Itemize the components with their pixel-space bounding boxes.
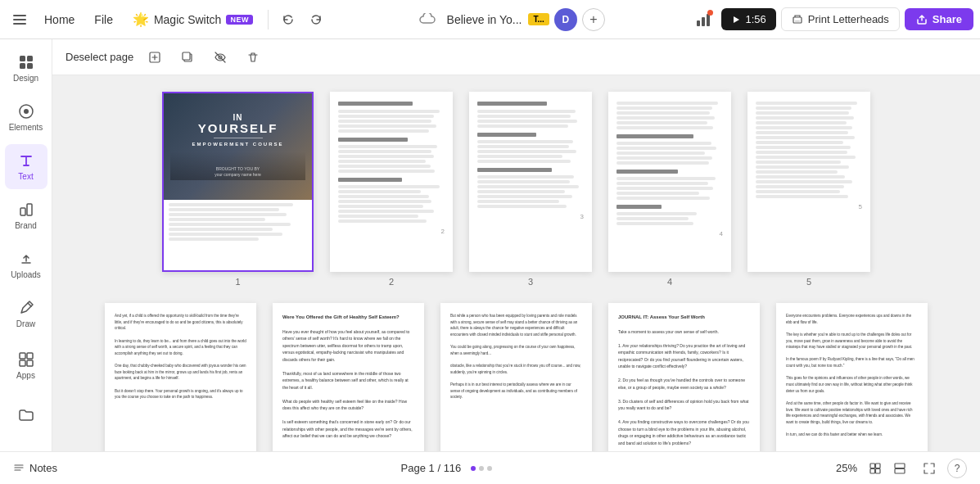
text-line — [477, 185, 579, 188]
page-wrapper-10: Everyone encounters problems. Everyone e… — [776, 303, 928, 451]
add-collaborator-button[interactable]: + — [582, 8, 605, 31]
svg-point-13 — [24, 109, 29, 114]
page-card-9[interactable]: JOURNAL IT: Assess Your Self Worth Take … — [608, 303, 760, 451]
page-wrapper-5: 5 5 — [747, 92, 870, 287]
grid-view-button[interactable] — [864, 457, 887, 480]
sidebar-item-uploads[interactable]: Uploads — [5, 242, 47, 287]
sidebar-item-design[interactable]: Design — [5, 46, 47, 92]
page-card-7[interactable]: Were You Offered the Gift of Healthy Sel… — [273, 303, 424, 451]
page-card-3[interactable]: 3 — [469, 92, 592, 272]
text-line — [616, 177, 716, 180]
document-title[interactable]: Believe in Yo... — [447, 13, 522, 26]
svg-rect-26 — [870, 468, 875, 473]
svg-rect-7 — [795, 20, 800, 22]
text-line — [338, 210, 434, 213]
svg-rect-8 — [20, 56, 25, 61]
magic-icon: 🌟 — [133, 11, 149, 27]
text-line — [338, 160, 426, 163]
page-card-6[interactable]: And yet, if a child is offered the oppor… — [105, 303, 256, 451]
text-line — [338, 124, 436, 128]
cloud-save-button[interactable] — [414, 7, 440, 33]
svg-rect-29 — [895, 468, 905, 473]
crown-badge[interactable]: T... — [528, 13, 549, 25]
sidebar-item-apps[interactable]: Apps — [5, 343, 47, 389]
svg-rect-22 — [183, 52, 190, 60]
text-line — [756, 151, 847, 154]
p3-header — [477, 102, 547, 106]
svg-rect-3 — [697, 20, 700, 26]
svg-rect-4 — [702, 17, 705, 26]
text-line — [616, 192, 699, 195]
text-line — [756, 175, 845, 179]
redo-button[interactable] — [303, 7, 329, 33]
text-line — [756, 146, 851, 149]
page-card-2[interactable]: 2 — [330, 92, 453, 272]
svg-rect-11 — [27, 63, 33, 69]
text-line — [338, 150, 431, 153]
p4-header3 — [616, 205, 662, 209]
stats-notification-dot — [707, 10, 713, 16]
text-line — [477, 190, 565, 193]
cover-yourself: YOURSELF — [198, 122, 278, 134]
list-view-button[interactable] — [888, 457, 911, 480]
svg-rect-6 — [793, 17, 802, 23]
add-page-button[interactable] — [143, 46, 166, 69]
text-line — [477, 115, 571, 118]
expand-button[interactable] — [918, 457, 941, 480]
deselect-page-button[interactable]: Deselect page — [65, 51, 133, 63]
text-line — [169, 208, 279, 211]
notes-button[interactable]: Notes — [13, 462, 57, 474]
svg-rect-28 — [895, 464, 905, 468]
page-card-5[interactable]: 5 — [747, 92, 870, 272]
page-card-10[interactable]: Everyone encounters problems. Everyone e… — [776, 303, 928, 451]
text-line — [477, 110, 576, 113]
user-avatar[interactable]: D — [554, 8, 577, 31]
p4-header2 — [616, 170, 678, 174]
page-card-4[interactable]: 4 — [608, 92, 731, 272]
page-card-1[interactable]: IN YOURSELF EMPOWERMENT COURSE BROUGHT T… — [162, 92, 314, 272]
text-line — [616, 197, 710, 200]
text-line — [477, 205, 567, 208]
text-line — [756, 170, 838, 174]
pages-container[interactable]: IN YOURSELF EMPOWERMENT COURSE BROUGHT T… — [52, 75, 980, 451]
home-nav-button[interactable]: Home — [36, 8, 83, 31]
magic-switch-button[interactable]: 🌟 Magic Switch NEW — [124, 7, 261, 32]
page-card-8[interactable]: But while a person who has been equipped… — [440, 303, 592, 451]
left-sidebar: Design Elements Text Brand Uploads Draw … — [0, 39, 52, 451]
page-number-1: 1 — [235, 277, 240, 287]
duplicate-page-button[interactable] — [176, 46, 199, 69]
text-line — [756, 106, 851, 110]
undo-button[interactable] — [275, 7, 301, 33]
print-letterheads-button[interactable]: Print Letterheads — [781, 7, 900, 31]
sidebar-item-label-brand: Brand — [15, 221, 37, 230]
hide-page-button[interactable] — [209, 46, 232, 69]
sidebar-item-draw[interactable]: Draw — [5, 291, 47, 337]
text-line — [477, 195, 572, 198]
p2-header3 — [338, 178, 402, 182]
sidebar-item-folder[interactable] — [5, 392, 47, 438]
file-nav-button[interactable]: File — [86, 8, 121, 31]
text-line — [338, 215, 418, 218]
text-line — [169, 233, 282, 236]
stats-button[interactable] — [690, 7, 716, 33]
page-wrapper-9: JOURNAL IT: Assess Your Self Worth Take … — [608, 303, 760, 451]
dot-1 — [471, 466, 476, 471]
svg-rect-24 — [870, 464, 875, 468]
text-line — [338, 110, 440, 113]
help-button[interactable]: ? — [947, 459, 967, 478]
share-button[interactable]: Share — [905, 8, 973, 30]
delete-page-button[interactable] — [242, 46, 264, 69]
text-line — [338, 190, 421, 193]
sidebar-item-brand[interactable]: Brand — [5, 192, 47, 238]
sidebar-item-elements[interactable]: Elements — [5, 95, 47, 141]
bottom-right: 25% ? — [836, 457, 967, 480]
play-button[interactable]: 1:56 — [721, 8, 776, 30]
text-line — [477, 140, 573, 143]
topbar-divider — [268, 10, 269, 29]
page9-text: JOURNAL IT: Assess Your Self Worth Take … — [618, 313, 750, 451]
svg-rect-0 — [13, 15, 26, 16]
text-line — [756, 102, 857, 105]
sidebar-item-text[interactable]: Text — [5, 144, 47, 190]
text-line — [756, 185, 844, 188]
hamburger-button[interactable] — [7, 7, 33, 33]
